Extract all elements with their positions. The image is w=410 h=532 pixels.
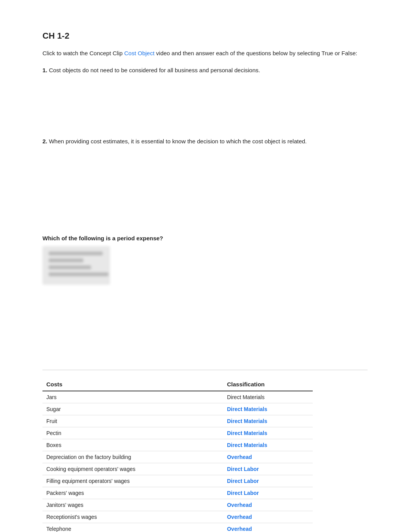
cost-cell: Jars <box>42 391 223 403</box>
classification-cell: Direct Labor <box>223 475 313 487</box>
table-row: JarsDirect Materials <box>42 391 313 403</box>
classification-cell: Overhead <box>223 523 313 532</box>
classification-cell: Direct Materials <box>223 391 313 403</box>
cost-cell: Pectin <box>42 427 223 439</box>
question-1-text: 1. Cost objects do not need to be consid… <box>42 66 368 75</box>
intro-text-after-link: video and then answer each of the questi… <box>154 50 357 56</box>
table-row: Receptionist's wagesOverhead <box>42 511 313 523</box>
cost-cell: Cooking equipment operators' wages <box>42 463 223 475</box>
classification-cell: Direct Labor <box>223 463 313 475</box>
cost-object-link[interactable]: Cost Object <box>124 50 154 56</box>
spacer-5 <box>42 323 368 354</box>
spacer-2 <box>42 169 368 200</box>
question-1-body: Cost objects do not need to be considere… <box>49 67 260 73</box>
table-row: PectinDirect Materials <box>42 427 313 439</box>
section-divider <box>42 370 368 370</box>
period-question-block: Which of the following is a period expen… <box>42 235 368 285</box>
table-row: Filling equipment operators' wagesDirect… <box>42 475 313 487</box>
cost-cell: Boxes <box>42 439 223 451</box>
cost-cell: Telephone <box>42 523 223 532</box>
question-2-text: 2. When providing cost estimates, it is … <box>42 137 368 146</box>
intro-paragraph: Click to watch the Concept Clip Cost Obj… <box>42 49 368 58</box>
cost-cell: Janitors' wages <box>42 499 223 511</box>
question-2-block: 2. When providing cost estimates, it is … <box>42 137 368 146</box>
classification-cell: Direct Materials <box>223 439 313 451</box>
question-1-block: 1. Cost objects do not need to be consid… <box>42 66 368 75</box>
spacer-3 <box>42 200 368 231</box>
classification-cell: Direct Materials <box>223 403 313 415</box>
spacer-1 <box>42 98 368 129</box>
question-2-number: 2. <box>42 138 47 144</box>
cost-cell: Receptionist's wages <box>42 511 223 523</box>
table-row: Janitors' wagesOverhead <box>42 499 313 511</box>
cost-classification-table: Costs Classification JarsDirect Material… <box>42 378 313 532</box>
blurred-option-3 <box>49 265 91 269</box>
question-2-body: When providing cost estimates, it is ess… <box>49 138 307 144</box>
table-row: Cooking equipment operators' wagesDirect… <box>42 463 313 475</box>
classification-cell: Overhead <box>223 499 313 511</box>
table-row: SugarDirect Materials <box>42 403 313 415</box>
cost-cell: Depreciation on the factory building <box>42 451 223 463</box>
table-row: TelephoneOverhead <box>42 523 313 532</box>
blurred-option-1 <box>49 252 103 255</box>
table-row: BoxesDirect Materials <box>42 439 313 451</box>
intro-text-before-link: Click to watch the Concept Clip <box>42 50 124 56</box>
cost-cell: Sugar <box>42 403 223 415</box>
classification-cell: Direct Materials <box>223 427 313 439</box>
page-title: CH 1-2 <box>42 31 368 41</box>
table-row: Depreciation on the factory buildingOver… <box>42 451 313 463</box>
classification-cell: Overhead <box>223 511 313 523</box>
col-costs-header: Costs <box>42 378 223 391</box>
classification-cell: Direct Labor <box>223 487 313 499</box>
blurred-option-2 <box>49 258 83 262</box>
blurred-option-4 <box>49 272 108 276</box>
cost-cell: Filling equipment operators' wages <box>42 475 223 487</box>
table-row: Packers' wagesDirect Labor <box>42 487 313 499</box>
blurred-answer-options <box>42 246 110 285</box>
classification-cell: Overhead <box>223 451 313 463</box>
col-classification-header: Classification <box>223 378 313 391</box>
question-1-number: 1. <box>42 67 47 73</box>
cost-cell: Packers' wages <box>42 487 223 499</box>
table-row: FruitDirect Materials <box>42 415 313 427</box>
period-question-label: Which of the following is a period expen… <box>42 235 368 241</box>
classification-cell: Direct Materials <box>223 415 313 427</box>
table-header-row: Costs Classification <box>42 378 313 391</box>
spacer-4 <box>42 292 368 323</box>
cost-cell: Fruit <box>42 415 223 427</box>
